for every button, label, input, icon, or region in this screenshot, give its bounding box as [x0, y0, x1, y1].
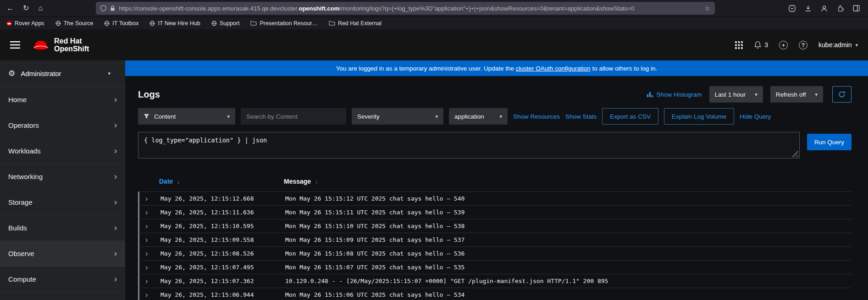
- page-header: Logs Show Histogram Last 1 hour ▾ Refres…: [125, 76, 868, 106]
- export-csv-button[interactable]: Export as CSV: [602, 108, 658, 125]
- globe-icon: [104, 21, 110, 26]
- expand-chevron-icon[interactable]: ›: [139, 250, 160, 258]
- expand-chevron-icon[interactable]: ›: [139, 277, 160, 285]
- quick-create-button[interactable]: +: [779, 41, 788, 49]
- oauth-config-link[interactable]: cluster OAuth configuration: [516, 65, 591, 72]
- expand-chevron-icon[interactable]: ›: [139, 222, 160, 230]
- sidebar-item-workloads[interactable]: Workloads ›: [0, 138, 125, 164]
- table-row[interactable]: › May 26, 2025, 12:15:11.636 Mon May 26 …: [138, 205, 851, 219]
- filter-icon: [144, 114, 149, 119]
- bookmark-folder[interactable]: Red Hat External: [329, 20, 381, 27]
- help-button[interactable]: ?: [799, 41, 807, 49]
- expand-chevron-icon[interactable]: ›: [139, 263, 160, 272]
- table-row[interactable]: › May 26, 2025, 12:15:07.495 Mon May 26 …: [138, 260, 851, 274]
- tenant-dropdown[interactable]: application ▾: [449, 108, 508, 125]
- sidebar-item-networking[interactable]: Networking ›: [0, 164, 125, 190]
- message-column-label: Message: [284, 178, 311, 185]
- bookmark-item[interactable]: IT New Hire Hub: [149, 20, 200, 27]
- download-icon[interactable]: [805, 5, 812, 12]
- extensions-icon[interactable]: [837, 5, 844, 12]
- time-range-select[interactable]: Last 1 hour ▾: [709, 86, 763, 103]
- help-icon: ?: [802, 42, 805, 49]
- severity-dropdown[interactable]: Severity ▾: [352, 108, 443, 125]
- sidebar-item-label: Workloads: [8, 147, 41, 155]
- user-menu[interactable]: kube:admin ▾: [818, 41, 858, 49]
- bookmark-folder[interactable]: Presentation Resour…: [250, 20, 317, 27]
- log-message: Mon May 26 15:15:12 UTC 2025 chat says h…: [285, 195, 851, 202]
- refresh-icon[interactable]: ↻: [23, 5, 29, 12]
- home-icon[interactable]: ⌂: [38, 5, 43, 12]
- sidebar-item-home[interactable]: Home ›: [0, 87, 125, 113]
- run-query-button[interactable]: Run Query: [807, 134, 851, 150]
- log-date: May 26, 2025, 12:15:07.495: [160, 264, 285, 271]
- caret-down-icon: ▾: [227, 114, 230, 120]
- sidebar-item-builds[interactable]: Builds ›: [0, 215, 125, 241]
- content-search-input[interactable]: [241, 108, 346, 125]
- banner-text-before: You are logged in as a temporary adminis…: [336, 65, 516, 72]
- redhat-fedora-icon: [32, 39, 50, 51]
- gear-icon: ⚙: [8, 69, 15, 78]
- account-icon[interactable]: [821, 5, 828, 12]
- chevron-right-icon: ›: [114, 120, 117, 130]
- table-row[interactable]: › May 26, 2025, 12:15:06.944 Mon May 26 …: [138, 288, 851, 300]
- bookmark-label: Presentation Resour…: [260, 20, 317, 27]
- sidebar-item-operators[interactable]: Operators ›: [0, 113, 125, 138]
- caret-down-icon: ▾: [815, 92, 818, 98]
- log-message: Mon May 26 15:15:09 UTC 2025 chat says h…: [285, 236, 851, 243]
- bookmark-item[interactable]: Support: [211, 20, 240, 27]
- notifications-button[interactable]: 3: [754, 41, 768, 49]
- bookmark-item[interactable]: IT Toolbox: [104, 20, 138, 27]
- bell-icon: [754, 41, 762, 49]
- bookmark-label: Red Hat External: [338, 20, 381, 27]
- expand-chevron-icon[interactable]: ›: [139, 236, 160, 244]
- globe-icon: [149, 21, 155, 26]
- log-date: May 26, 2025, 12:15:06.944: [160, 291, 285, 298]
- expand-chevron-icon[interactable]: ›: [139, 291, 160, 299]
- url-suffix: /monitoring/logs?q={+log_type%3D"applica…: [339, 5, 634, 12]
- globe-icon: [55, 21, 61, 26]
- folder-icon: [329, 21, 335, 26]
- table-row[interactable]: › May 26, 2025, 12:15:12.668 Mon May 26 …: [138, 191, 851, 205]
- date-column-header[interactable]: Date ↓: [159, 178, 284, 185]
- date-column-label: Date: [159, 178, 173, 185]
- show-histogram-link[interactable]: Show Histogram: [647, 91, 702, 98]
- chevron-right-icon: ›: [114, 172, 117, 181]
- url-bar[interactable]: https://console-openshift-console.apps.e…: [96, 2, 715, 15]
- log-date: May 26, 2025, 12:15:11.636: [160, 209, 285, 216]
- shield-icon: [100, 5, 106, 11]
- hide-query-link[interactable]: Hide Query: [740, 113, 771, 120]
- bookmark-item[interactable]: Rover Apps: [6, 20, 44, 27]
- sidebar-item-label: Builds: [8, 224, 27, 232]
- table-row[interactable]: › May 26, 2025, 12:15:09.558 Mon May 26 …: [138, 233, 851, 246]
- query-editor[interactable]: { log_type="application" } | json: [138, 132, 800, 158]
- show-resources-link[interactable]: Show Resources: [513, 113, 560, 120]
- sidebar-panel-icon[interactable]: [853, 5, 860, 11]
- show-stats-link[interactable]: Show Stats: [565, 113, 597, 120]
- resize-handle[interactable]: [792, 151, 798, 157]
- openshift-logo[interactable]: Red Hat OpenShift: [32, 37, 89, 53]
- save-to-pocket-icon[interactable]: [789, 5, 796, 12]
- plus-icon: +: [782, 42, 785, 49]
- bookmark-star-icon[interactable]: ☆: [705, 5, 711, 12]
- perspective-switcher[interactable]: ⚙ Administrator ▾: [0, 60, 125, 87]
- sidebar-item-storage[interactable]: Storage ›: [0, 190, 125, 215]
- time-range-value: Last 1 hour: [715, 91, 746, 98]
- bookmark-item[interactable]: The Source: [55, 20, 94, 27]
- redhat-icon: [6, 21, 12, 26]
- table-row[interactable]: › May 26, 2025, 12:15:08.526 Mon May 26 …: [138, 246, 851, 260]
- sync-button[interactable]: [832, 86, 851, 103]
- hamburger-menu-icon[interactable]: [10, 41, 20, 49]
- back-icon[interactable]: ←: [6, 5, 14, 12]
- app-launcher-icon[interactable]: [735, 41, 743, 49]
- sidebar-item-observe[interactable]: Observe ›: [0, 241, 125, 267]
- attribute-filter-dropdown[interactable]: Content ▾: [138, 108, 235, 125]
- refresh-interval-select[interactable]: Refresh off ▾: [770, 86, 823, 103]
- table-row[interactable]: › May 26, 2025, 12:15:07.362 10.129.0.24…: [138, 274, 851, 288]
- expand-chevron-icon[interactable]: ›: [139, 195, 160, 203]
- expand-chevron-icon[interactable]: ›: [139, 208, 160, 217]
- log-message: Mon May 26 15:15:07 UTC 2025 chat says h…: [285, 264, 851, 271]
- explain-log-volume-button[interactable]: Explain Log Volume: [664, 108, 734, 125]
- browser-toolbar: ← ↻ ⌂ https://console-openshift-console.…: [0, 0, 868, 16]
- sidebar-item-compute[interactable]: Compute ›: [0, 267, 125, 292]
- table-row[interactable]: › May 26, 2025, 12:15:10.595 Mon May 26 …: [138, 219, 851, 233]
